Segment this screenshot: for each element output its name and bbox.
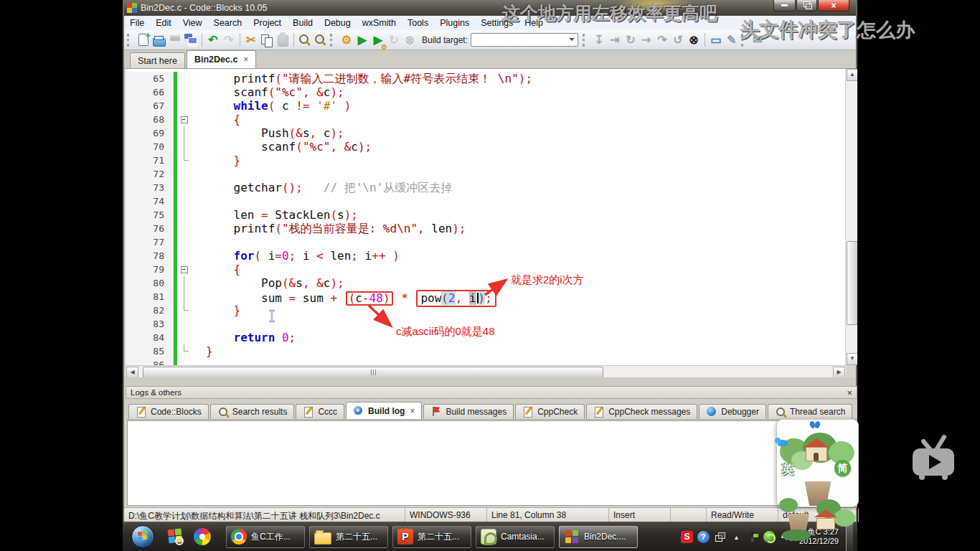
title-bar[interactable]: Bin2Dec.c - Code::Blocks 10.05 × [124,0,856,16]
debug-edit-icon[interactable]: ✎ [724,32,740,48]
code-line[interactable]: 68 { [126,113,846,126]
code-line[interactable]: 73 getchar(); // 把'\n'从缓冲区去掉 [126,181,846,194]
log-tab-cppcheck[interactable]: CppCheck [515,404,585,419]
cut-icon[interactable]: ✂ [243,32,259,48]
code-token: ) [519,72,526,85]
debug-run-to-cursor-icon[interactable]: ⇥ [607,32,623,48]
code-line[interactable]: 70 scanf("%c", &c); [126,140,846,154]
restore-button[interactable] [796,0,817,11]
menu-search[interactable]: Search [208,17,248,29]
log-tab-debugger[interactable]: Debugger [699,404,766,419]
tab-close-icon[interactable]: × [243,55,248,65]
code-line[interactable]: 76 printf("栈的当前容量是: %d\n", len); [126,222,846,235]
tab-bin2dec-c[interactable]: Bin2Dec.c× [187,50,256,68]
menu-wxsmith[interactable]: wxSmith [357,17,402,29]
scroll-down-arrow[interactable]: ▼ [847,353,857,365]
scroll-left-arrow[interactable]: ◀ [126,367,138,378]
save-all-icon[interactable] [183,32,199,48]
menu-debug[interactable]: Debug [319,17,357,29]
tray-window-icon[interactable] [714,531,726,543]
taskbar-powerpoint-window[interactable]: 第二十五... [392,526,471,548]
log-tab-cccc[interactable]: Cccc [296,404,344,419]
close-button[interactable]: × [818,0,849,11]
tray-help-icon[interactable]: ? [697,531,710,543]
code-line[interactable]: 72 [126,167,846,181]
new-file-icon[interactable] [136,32,151,48]
menu-file[interactable]: File [124,17,150,29]
log-tab-thread-search[interactable]: Thread search [768,404,852,419]
vertical-scroll-thumb[interactable] [847,241,857,326]
debug-next-line-icon[interactable]: ↻ [623,32,639,48]
log-tab-cppcheck-messages[interactable]: CppCheck messages [586,404,697,419]
scroll-up-arrow[interactable]: ▲ [847,69,857,81]
ime-mode-char[interactable]: 英 [782,461,794,478]
menu-tools[interactable]: Tools [402,17,434,29]
log-tab-search-results[interactable]: Search results [210,404,295,419]
windows-search-tool-icon[interactable] [166,528,184,545]
ime-simplified-char[interactable]: 简 [834,460,851,476]
code-line[interactable]: 75 len = StackLen(s); [126,208,846,222]
code-text: sum = sum + (c-48) * pow(2, i); [192,290,498,303]
undo-icon[interactable]: ↶ [205,32,221,48]
code-line[interactable]: 66 scanf("%c", &c); [126,85,846,99]
replace-icon[interactable]: R [313,32,329,48]
copy-icon[interactable] [259,32,275,48]
minimize-button[interactable] [773,0,796,11]
menu-project[interactable]: Project [248,17,287,29]
debug-continue-icon[interactable]: ↧ [591,32,607,48]
code-line[interactable]: 79 { [126,263,846,276]
tray-hidden-icons[interactable]: ▴ [730,531,743,543]
log-tab-build-messages[interactable]: Build messages [423,404,514,419]
logs-close-icon[interactable]: × [847,389,852,397]
tray-sogou-icon[interactable]: S [681,531,693,543]
code-lines: 65 printf("请输入二进制数，输入#符号表示结束！ \n");66 sc… [126,69,846,365]
menu-edit[interactable]: Edit [150,17,177,29]
code-line[interactable]: 86 [126,358,846,365]
menu-view[interactable]: View [177,17,208,29]
taskbar-chrome-window[interactable]: 鱼C工作... [226,526,305,548]
menu-build[interactable]: Build [287,17,319,29]
tab-start-here[interactable]: Start here [130,52,185,68]
code-line[interactable]: 67 while( c != '#' ) [126,99,846,113]
debug-step-out-icon[interactable]: ↷ [654,32,670,48]
code-line[interactable]: 74 [126,194,846,208]
code-editor[interactable]: 65 printf("请输入二进制数，输入#符号表示结束！ \n");66 sc… [126,69,857,365]
code-line[interactable]: 69 Push(&s, c); [126,126,846,140]
code-line[interactable]: 77 [126,235,846,249]
fold-marker-icon[interactable] [177,113,192,126]
code-line[interactable]: 85} [126,344,846,358]
menu-plugins[interactable]: Plugins [434,17,475,29]
build-run-icon[interactable]: ▶ [370,32,386,48]
code-line[interactable]: 65 printf("请输入二进制数，输入#符号表示结束！ \n"); [126,72,846,85]
scroll-right-arrow[interactable]: ▶ [833,367,845,378]
debug-window-icon[interactable]: ▭ [708,32,724,48]
code-line[interactable]: 80 Pop(&s, &c); [126,276,846,290]
debug-next-instruction-icon[interactable]: ↺ [670,32,686,48]
code-line[interactable]: 78 for( i=0; i < len; i++ ) [126,249,846,263]
tray-pin-icon[interactable] [747,531,759,543]
debug-stop-icon[interactable]: ⊗ [686,32,702,48]
start-button[interactable] [131,525,154,548]
taskbar-camtasia-window[interactable]: Camtasia... [476,526,555,548]
tray-360-icon[interactable] [763,531,776,543]
taskbar-codeblocks-window[interactable]: Bin2Dec.... [559,526,638,548]
run-icon[interactable]: ▶ [354,32,370,48]
debug-step-into-icon[interactable]: ⇢ [639,32,654,48]
pinwheel-browser-icon[interactable] [194,528,211,545]
code-line[interactable]: 81 sum = sum + (c-48) * pow(2, i); [126,290,846,303]
build-icon[interactable]: ⚙ [339,32,354,48]
build-target-combobox[interactable] [471,33,578,47]
fold-marker-icon[interactable] [177,263,192,276]
log-tab-code-blocks[interactable]: Code::Blocks [128,404,209,419]
editor-vertical-scrollbar[interactable]: ▲ ▼ [845,69,857,365]
log-tab-close-icon[interactable]: × [410,406,415,416]
horizontal-scroll-thumb[interactable] [143,367,603,378]
log-tab-build-log[interactable]: Build log× [346,402,422,419]
code-line[interactable]: 71 } [126,154,846,167]
taskbar-folder-window[interactable]: 第二十五... [309,526,388,548]
code-token: { [234,113,241,126]
panel-splitter[interactable] [124,377,856,386]
open-file-icon[interactable] [151,32,167,48]
find-icon[interactable] [297,32,313,48]
editor-horizontal-scrollbar[interactable]: ◀ ▶ [126,365,846,378]
